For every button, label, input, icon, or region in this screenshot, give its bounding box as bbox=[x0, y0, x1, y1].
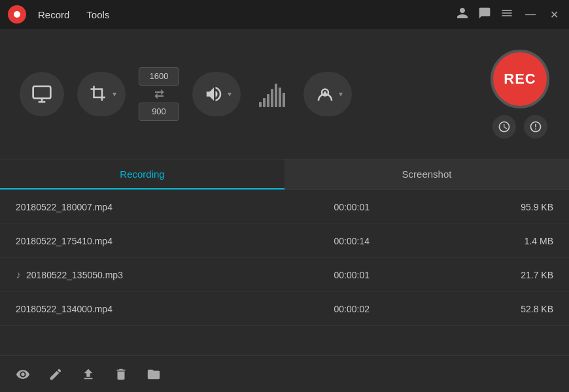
vol-bar-4 bbox=[271, 89, 273, 107]
content-area: Recording Screenshot 20180522_180007.mp4… bbox=[0, 159, 569, 392]
file-duration: 00:00:14 bbox=[284, 236, 419, 246]
auto-stop-button[interactable] bbox=[524, 115, 547, 139]
tab-recording-label: Recording bbox=[120, 169, 164, 180]
chat-icon[interactable] bbox=[478, 7, 491, 23]
volume-bars bbox=[259, 81, 285, 107]
svg-rect-0 bbox=[33, 86, 51, 99]
file-duration: 00:00:01 bbox=[284, 270, 419, 280]
file-duration: 00:00:01 bbox=[284, 202, 419, 212]
account-icon[interactable] bbox=[456, 7, 469, 23]
audio-dropdown-arrow: ▾ bbox=[228, 90, 232, 99]
edit-button[interactable] bbox=[46, 365, 65, 384]
audio-icon: ♪ bbox=[16, 269, 21, 281]
file-size: 21.7 KB bbox=[419, 270, 554, 280]
delete-button[interactable] bbox=[111, 365, 131, 384]
titlebar-icons: — ✕ bbox=[456, 7, 561, 23]
webcam-button[interactable]: ▾ bbox=[303, 72, 352, 116]
file-list: 20180522_180007.mp4 00:00:01 95.9 KB 201… bbox=[0, 190, 569, 355]
tab-screenshot-label: Screenshot bbox=[402, 169, 452, 180]
menu-icon[interactable] bbox=[500, 7, 513, 23]
share-button[interactable] bbox=[78, 365, 98, 384]
file-size: 52.8 KB bbox=[419, 304, 554, 314]
screen-capture-button[interactable] bbox=[20, 72, 64, 116]
file-size: 95.9 KB bbox=[419, 202, 554, 212]
app-logo bbox=[8, 5, 26, 24]
vol-bar-5 bbox=[275, 84, 277, 107]
file-name: 20180522_134000.mp4 bbox=[16, 304, 284, 314]
vol-bar-6 bbox=[279, 88, 281, 107]
menu-record[interactable]: Record bbox=[33, 7, 75, 23]
minimize-button[interactable]: — bbox=[523, 7, 538, 22]
rec-button[interactable]: REC bbox=[491, 50, 549, 108]
crop-region-button[interactable]: ▾ bbox=[77, 72, 126, 116]
vol-bar-7 bbox=[283, 93, 285, 107]
audio-button[interactable]: ▾ bbox=[192, 72, 241, 116]
webcam-dropdown-arrow: ▾ bbox=[339, 90, 343, 99]
rec-section: REC bbox=[491, 50, 549, 139]
open-folder-button[interactable] bbox=[144, 365, 164, 384]
titlebar: Record Tools — ✕ bbox=[0, 0, 569, 29]
toolbar: ▾ ⇄ ▾ ▾ REC bbox=[0, 29, 569, 159]
close-button[interactable]: ✕ bbox=[547, 7, 561, 22]
vol-bar-3 bbox=[267, 94, 269, 107]
file-duration: 00:00:02 bbox=[284, 304, 419, 314]
table-row[interactable]: 20180522_134000.mp4 00:00:02 52.8 KB bbox=[0, 292, 569, 326]
rec-extras bbox=[492, 115, 547, 139]
tabs: Recording Screenshot bbox=[0, 159, 569, 190]
file-name: 20180522_175410.mp4 bbox=[16, 236, 284, 246]
resolution-height-input[interactable] bbox=[139, 103, 179, 121]
res-divider: ⇄ bbox=[154, 87, 164, 101]
resolution-width-input[interactable] bbox=[139, 67, 179, 86]
file-name: ♪ 20180522_135050.mp3 bbox=[16, 269, 284, 281]
bottom-toolbar bbox=[0, 355, 569, 392]
file-name: 20180522_180007.mp4 bbox=[16, 202, 284, 212]
table-row[interactable]: 20180522_180007.mp4 00:00:01 95.9 KB bbox=[0, 190, 569, 224]
resolution-box: ⇄ bbox=[139, 67, 179, 121]
file-size: 1.4 MB bbox=[419, 236, 554, 246]
preview-button[interactable] bbox=[13, 365, 33, 384]
table-row[interactable]: ♪ 20180522_135050.mp3 00:00:01 21.7 KB bbox=[0, 258, 569, 292]
vol-bar-1 bbox=[259, 102, 262, 107]
table-row[interactable]: 20180522_175410.mp4 00:00:14 1.4 MB bbox=[0, 224, 569, 258]
menu-tools[interactable]: Tools bbox=[81, 7, 114, 23]
crop-dropdown-arrow: ▾ bbox=[112, 90, 116, 99]
vol-bar-2 bbox=[263, 98, 266, 107]
tab-screenshot[interactable]: Screenshot bbox=[284, 159, 569, 189]
schedule-button[interactable] bbox=[492, 115, 516, 139]
rec-label: REC bbox=[504, 71, 536, 88]
tab-recording[interactable]: Recording bbox=[0, 159, 284, 189]
